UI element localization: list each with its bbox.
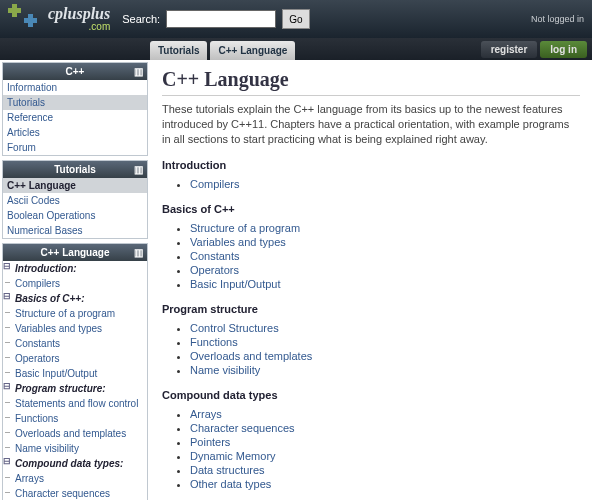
site-logo[interactable]: cplusplus .com — [8, 4, 110, 34]
content-link[interactable]: Basic Input/Output — [190, 278, 281, 290]
sidebar-item[interactable]: Functions — [3, 411, 147, 426]
content-link[interactable]: Compilers — [190, 178, 240, 190]
sidebar-link[interactable]: Statements and flow control — [15, 398, 138, 409]
sidebar-item[interactable]: Tutorials — [3, 95, 147, 110]
sidebar-item[interactable]: Basics of C++: — [3, 291, 147, 306]
list-item: Control Structures — [190, 321, 580, 335]
section-title: Introduction — [162, 159, 580, 171]
sidebar-item[interactable]: Boolean Operations — [3, 208, 147, 223]
collapse-icon[interactable]: ▥ — [134, 247, 143, 258]
content-link[interactable]: Character sequences — [190, 422, 295, 434]
sidebar-item[interactable]: Forum — [3, 140, 147, 155]
sidebar-item[interactable]: C++ Language — [3, 178, 147, 193]
sidebar-link[interactable]: Compound data types: — [15, 458, 123, 469]
sidebox-header: C++▥ — [3, 63, 147, 80]
sidebar-item[interactable]: Structure of a program — [3, 306, 147, 321]
sidebar-item[interactable]: Operators — [3, 351, 147, 366]
sidebar-item[interactable]: Statements and flow control — [3, 396, 147, 411]
sidebar-item[interactable]: Ascii Codes — [3, 193, 147, 208]
sidebar-link[interactable]: Forum — [7, 142, 36, 153]
collapse-icon[interactable]: ▥ — [134, 164, 143, 175]
search-form: Search: Go — [122, 9, 309, 29]
content-link[interactable]: Data structures — [190, 464, 265, 476]
list-item: Pointers — [190, 435, 580, 449]
breadcrumb-cpp-language[interactable]: C++ Language — [210, 41, 295, 60]
section-title: Program structure — [162, 303, 580, 315]
sidebar-link[interactable]: Articles — [7, 127, 40, 138]
sidebar-item[interactable]: Character sequences — [3, 486, 147, 500]
sidebar-link[interactable]: Name visibility — [15, 443, 79, 454]
sidebar-link[interactable]: C++ Language — [7, 180, 76, 191]
sidebar-item[interactable]: Variables and types — [3, 321, 147, 336]
content-link[interactable]: Control Structures — [190, 322, 279, 334]
sidebar-item[interactable]: Name visibility — [3, 441, 147, 456]
sidebar-link[interactable]: Operators — [15, 353, 59, 364]
list-item: Overloads and templates — [190, 349, 580, 363]
list-item: Arrays — [190, 407, 580, 421]
list-item: Other data types — [190, 477, 580, 491]
sidebar-link[interactable]: Introduction: — [15, 263, 77, 274]
content-link[interactable]: Pointers — [190, 436, 230, 448]
navbar: Tutorials C++ Language register log in — [0, 38, 592, 60]
sidebar-item[interactable]: Introduction: — [3, 261, 147, 276]
sidebar-item[interactable]: Numerical Bases — [3, 223, 147, 238]
sidebar-link[interactable]: Structure of a program — [15, 308, 115, 319]
search-input[interactable] — [166, 10, 276, 28]
sidebar-link[interactable]: Character sequences — [15, 488, 110, 499]
register-button[interactable]: register — [481, 41, 538, 58]
sidebar-item[interactable]: Program structure: — [3, 381, 147, 396]
section: Basics of C++Structure of a programVaria… — [162, 203, 580, 291]
content-link[interactable]: Dynamic Memory — [190, 450, 276, 462]
sidebar-link[interactable]: Functions — [15, 413, 58, 424]
sidebar-link[interactable]: Tutorials — [7, 97, 45, 108]
content-link[interactable]: Name visibility — [190, 364, 260, 376]
sidebar-link[interactable]: Constants — [15, 338, 60, 349]
section-title: Basics of C++ — [162, 203, 580, 215]
topbar: cplusplus .com Search: Go Not logged in — [0, 0, 592, 38]
sidebar-item[interactable]: Basic Input/Output — [3, 366, 147, 381]
login-button[interactable]: log in — [540, 41, 587, 58]
sidebar-item[interactable]: Compound data types: — [3, 456, 147, 471]
plus-plus-icon — [8, 4, 44, 34]
sidebar-link[interactable]: Ascii Codes — [7, 195, 60, 206]
sidebar-link[interactable]: Variables and types — [15, 323, 102, 334]
list-item: Character sequences — [190, 421, 580, 435]
logo-text: cplusplus — [48, 6, 110, 22]
content-link[interactable]: Functions — [190, 336, 238, 348]
sidebar-link[interactable]: Overloads and templates — [15, 428, 126, 439]
content-link[interactable]: Operators — [190, 264, 239, 276]
search-label: Search: — [122, 13, 160, 25]
sidebar-link[interactable]: Reference — [7, 112, 53, 123]
breadcrumb-tutorials[interactable]: Tutorials — [150, 41, 207, 60]
sidebar-link[interactable]: Numerical Bases — [7, 225, 83, 236]
section-title: Compound data types — [162, 389, 580, 401]
sidebar-link[interactable]: Program structure: — [15, 383, 106, 394]
sidebar-link[interactable]: Basics of C++: — [15, 293, 84, 304]
content-link[interactable]: Other data types — [190, 478, 271, 490]
content-link[interactable]: Constants — [190, 250, 240, 262]
logo-sub: .com — [48, 22, 110, 32]
content-link[interactable]: Structure of a program — [190, 222, 300, 234]
content-link[interactable]: Overloads and templates — [190, 350, 312, 362]
sidebar-item[interactable]: Overloads and templates — [3, 426, 147, 441]
sidebar-link[interactable]: Arrays — [15, 473, 44, 484]
title-divider — [162, 95, 580, 96]
content-link[interactable]: Variables and types — [190, 236, 286, 248]
sidebar-item[interactable]: Arrays — [3, 471, 147, 486]
sidebar-link[interactable]: Compilers — [15, 278, 60, 289]
list-item: Dynamic Memory — [190, 449, 580, 463]
sidebar-link[interactable]: Boolean Operations — [7, 210, 95, 221]
sidebar-link[interactable]: Information — [7, 82, 57, 93]
sidebar-item[interactable]: Articles — [3, 125, 147, 140]
sidebar-item[interactable]: Constants — [3, 336, 147, 351]
list-item: Variables and types — [190, 235, 580, 249]
list-item: Data structures — [190, 463, 580, 477]
sidebar-item[interactable]: Compilers — [3, 276, 147, 291]
content-link[interactable]: Arrays — [190, 408, 222, 420]
sidebar-link[interactable]: Basic Input/Output — [15, 368, 97, 379]
list-item: Name visibility — [190, 363, 580, 377]
collapse-icon[interactable]: ▥ — [134, 66, 143, 77]
sidebar-item[interactable]: Information — [3, 80, 147, 95]
search-go-button[interactable]: Go — [282, 9, 309, 29]
sidebar-item[interactable]: Reference — [3, 110, 147, 125]
